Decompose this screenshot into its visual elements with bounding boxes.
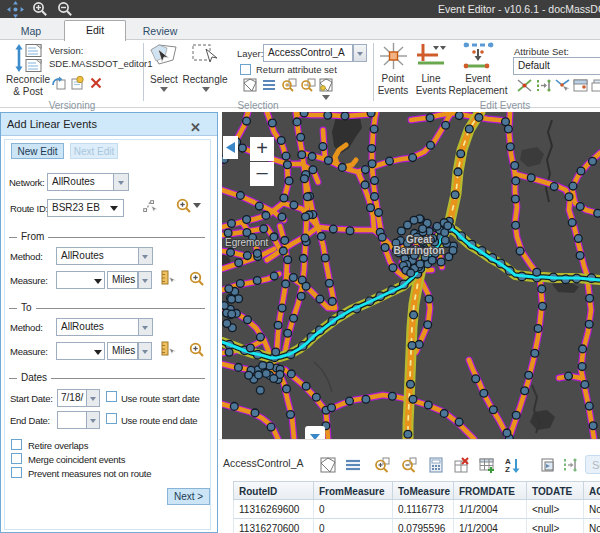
svg-text:Egremont: Egremont bbox=[225, 237, 269, 248]
svg-text:Great: Great bbox=[406, 234, 433, 245]
svg-text:Barrington: Barrington bbox=[393, 245, 444, 256]
svg-text:Z: Z bbox=[505, 465, 510, 473]
